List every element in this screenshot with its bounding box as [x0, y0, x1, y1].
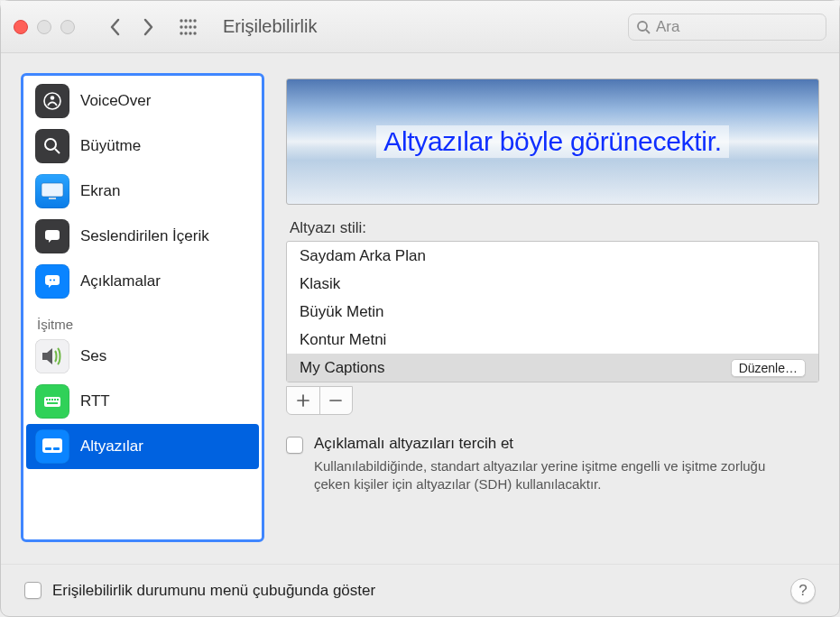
forward-button[interactable] — [133, 14, 163, 41]
svg-point-14 — [44, 93, 60, 109]
svg-line-17 — [55, 149, 60, 153]
captions-icon — [35, 429, 69, 464]
svg-point-8 — [180, 32, 182, 34]
caption-style-label: Kontur Metni — [300, 331, 386, 349]
caption-style-label: Klasik — [300, 275, 340, 293]
svg-point-5 — [184, 25, 187, 28]
svg-point-7 — [193, 25, 196, 28]
voiceover-icon — [35, 84, 69, 118]
svg-point-3 — [193, 19, 196, 22]
main-panel: Altyazılar böyle görünecektir. Altyazı s… — [286, 73, 819, 564]
audio-icon — [35, 339, 69, 373]
caption-preview-text: Altyazılar böyle görünecektir. — [376, 125, 729, 158]
caption-style-label: My Captions — [300, 359, 384, 377]
svg-point-1 — [184, 19, 187, 22]
prefer-cc-row: Açıklamalı altyazıları tercih et — [286, 435, 819, 454]
sidebar-item-label: Açıklamalar — [80, 272, 161, 290]
svg-rect-31 — [54, 399, 56, 401]
svg-point-2 — [189, 19, 191, 22]
caption-style-row[interactable]: Büyük Metin — [287, 298, 818, 326]
svg-rect-28 — [46, 399, 48, 401]
window-title: Erişilebilirlik — [223, 16, 317, 37]
prefer-cc-checkbox[interactable] — [286, 437, 303, 454]
caption-style-row[interactable]: Kontur Metni — [287, 326, 818, 354]
sidebar-item-audio[interactable]: Ses — [26, 334, 259, 379]
svg-point-25 — [53, 279, 55, 281]
svg-rect-18 — [42, 183, 63, 197]
sidebar-item-voiceover[interactable]: VoiceOver — [26, 78, 259, 124]
sidebar-item-label: Altyazılar — [80, 437, 143, 456]
svg-point-10 — [189, 32, 191, 34]
show-all-prefs-button[interactable] — [172, 14, 203, 41]
svg-point-0 — [180, 19, 182, 22]
caption-style-label: Büyük Metin — [300, 303, 384, 321]
footer: Erişilebilirlik durumunu menü çubuğunda … — [1, 564, 839, 616]
search-placeholder: Ara — [656, 18, 679, 36]
zoom-button[interactable] — [60, 20, 75, 34]
display-icon — [35, 174, 69, 208]
titlebar: Erişilebilirlik Ara — [1, 1, 839, 53]
minimize-button[interactable] — [37, 20, 51, 34]
menubar-status-label[interactable]: Erişilebilirlik durumunu menü çubuğunda … — [52, 582, 375, 600]
svg-rect-33 — [47, 402, 58, 404]
edit-style-button[interactable]: Düzenle… — [731, 359, 806, 377]
svg-point-16 — [45, 139, 56, 150]
close-button[interactable] — [14, 20, 28, 34]
svg-marker-26 — [42, 348, 52, 364]
caption-preview: Altyazılar böyle görünecektir. — [286, 78, 819, 205]
add-style-button[interactable] — [287, 387, 320, 414]
styles-label: Altyazı stili: — [290, 219, 819, 237]
sidebar-item-label: RTT — [80, 392, 110, 410]
svg-point-12 — [638, 22, 647, 31]
sidebar-item-display[interactable]: Ekran — [26, 169, 259, 214]
sidebar-item-label: Ekran — [80, 182, 120, 200]
svg-rect-19 — [49, 198, 56, 199]
caption-style-row[interactable]: Saydam Arka Plan — [287, 242, 818, 270]
sidebar[interactable]: VoiceOver Büyütme Ekran — [21, 73, 264, 542]
sidebar-item-label: Büyütme — [80, 137, 141, 155]
svg-point-9 — [184, 32, 187, 34]
caption-style-row[interactable]: Klasik — [287, 270, 818, 298]
zoom-icon — [35, 129, 69, 163]
sidebar-item-descriptions[interactable]: Açıklamalar — [26, 259, 259, 304]
svg-rect-27 — [44, 397, 60, 407]
window: Erişilebilirlik Ara VoiceOver — [0, 0, 840, 617]
rtt-icon — [35, 384, 69, 419]
sidebar-item-spoken-content[interactable]: Seslendirilen İçerik — [26, 214, 259, 259]
sidebar-item-zoom[interactable]: Büyütme — [26, 124, 259, 169]
caption-style-list[interactable]: Saydam Arka Plan Klasik Büyük Metin Kont… — [286, 241, 819, 382]
menubar-status-checkbox[interactable] — [24, 582, 42, 599]
svg-marker-21 — [49, 238, 53, 243]
search-input[interactable]: Ara — [628, 14, 826, 41]
caption-style-row[interactable]: My Captions Düzenle… — [287, 354, 818, 382]
sidebar-header-hearing: İşitme — [26, 304, 259, 334]
svg-marker-23 — [49, 283, 53, 288]
speech-icon — [35, 219, 69, 253]
svg-point-6 — [189, 25, 191, 28]
traffic-lights — [14, 20, 75, 34]
back-button[interactable] — [100, 14, 131, 41]
add-remove-buttons — [286, 386, 353, 415]
svg-point-11 — [193, 32, 196, 34]
prefer-cc-label[interactable]: Açıklamalı altyazıları tercih et — [314, 435, 513, 453]
descriptions-icon — [35, 264, 69, 299]
content-area: VoiceOver Büyütme Ekran — [1, 53, 839, 564]
svg-point-15 — [51, 96, 55, 100]
svg-point-4 — [180, 25, 182, 28]
sidebar-item-captions[interactable]: Altyazılar — [26, 424, 259, 469]
sidebar-item-label: Ses — [80, 347, 106, 365]
caption-style-label: Saydam Arka Plan — [300, 247, 426, 265]
prefer-cc-description: Kullanılabildiğinde, standart altyazılar… — [314, 457, 801, 494]
svg-line-13 — [646, 30, 650, 33]
svg-rect-35 — [45, 447, 51, 450]
remove-style-button[interactable] — [320, 387, 353, 414]
sidebar-item-label: VoiceOver — [80, 92, 151, 110]
nav-buttons — [100, 14, 163, 41]
svg-rect-29 — [49, 399, 51, 401]
sidebar-item-label: Seslendirilen İçerik — [80, 227, 209, 245]
sidebar-item-rtt[interactable]: RTT — [26, 379, 259, 424]
help-button[interactable]: ? — [790, 578, 816, 603]
svg-rect-30 — [51, 399, 53, 401]
svg-rect-36 — [53, 447, 60, 450]
svg-rect-32 — [57, 399, 59, 401]
